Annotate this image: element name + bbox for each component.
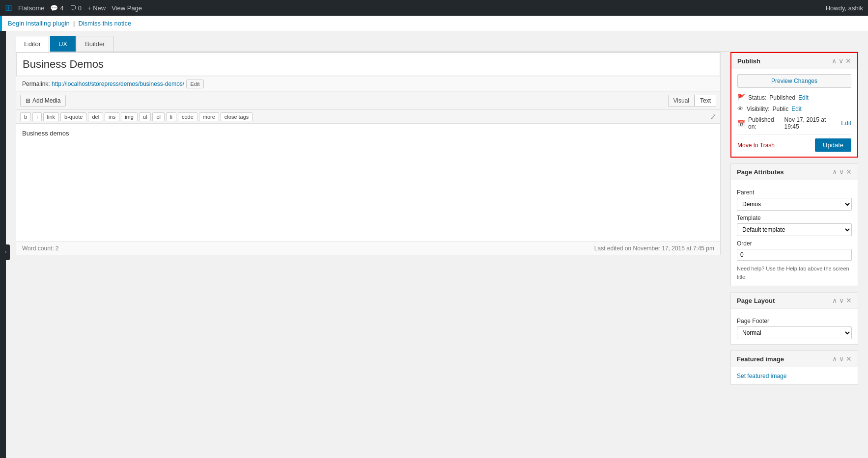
visibility-edit-link[interactable]: Edit — [791, 106, 802, 112]
format-b[interactable]: b — [20, 112, 31, 121]
featured-image-body: Set featured image — [731, 367, 858, 384]
featured-image-controls[interactable]: ∧ ∨ ✕ — [832, 355, 852, 363]
toolbar-left: ⊞ Add Media — [20, 95, 66, 107]
comment-zero-count: 0 — [78, 4, 82, 12]
close-metabox-icon[interactable]: ✕ — [845, 57, 851, 65]
calendar-icon: 📅 — [737, 120, 745, 127]
tab-editor[interactable]: Editor — [16, 36, 49, 52]
howdy-text: Howdy, ashik — [826, 4, 863, 12]
collapse-up-icon[interactable]: ∧ — [832, 57, 837, 65]
fi-close-icon[interactable]: ✕ — [846, 355, 852, 363]
page-attributes-body: Parent Demos (no parent) Template Defaul… — [731, 180, 858, 286]
status-icon: 🚩 — [737, 94, 745, 101]
page-layout-controls[interactable]: ∧ ∨ ✕ — [832, 296, 852, 304]
featured-image-title: Featured image — [737, 355, 784, 363]
site-name[interactable]: Flatsome — [18, 4, 44, 12]
tab-builder[interactable]: Builder — [77, 36, 113, 52]
status-label: Status: — [748, 94, 766, 101]
page-layout-title: Page Layout — [737, 297, 775, 304]
main-content: Editor UX Builder Business Demos Permali… — [6, 31, 868, 458]
page-title-input[interactable]: Business Demos — [16, 53, 720, 76]
text-tab[interactable]: Text — [695, 95, 716, 107]
featured-image-header: Featured image ∧ ∨ ✕ — [731, 351, 858, 367]
pl-collapse-up-icon[interactable]: ∧ — [832, 296, 837, 304]
status-edit-link[interactable]: Edit — [798, 94, 809, 101]
format-more[interactable]: more — [199, 112, 219, 121]
help-text: Need help? Use the Help tab above the sc… — [737, 265, 852, 281]
status-bar: Word count: 2 Last edited on November 17… — [16, 242, 720, 255]
fi-collapse-up-icon[interactable]: ∧ — [832, 355, 837, 363]
published-label: Published on: — [748, 116, 782, 130]
publish-metabox: Publish ∧ ∨ ✕ Preview Changes 🚩 Status: … — [730, 52, 858, 158]
fullscreen-button[interactable]: ⤢ — [710, 112, 716, 121]
set-featured-image-link[interactable]: Set featured image — [737, 373, 786, 379]
pa-close-icon[interactable]: ✕ — [846, 168, 852, 176]
visibility-label: Visibility: — [747, 106, 769, 112]
page-attributes-controls[interactable]: ∧ ∨ ✕ — [832, 168, 852, 176]
order-input[interactable] — [737, 249, 852, 261]
view-page-link[interactable]: View Page — [112, 4, 142, 12]
published-value: Nov 17, 2015 at 19:45 — [784, 116, 839, 130]
publish-controls[interactable]: ∧ ∨ ✕ — [832, 57, 851, 65]
page-wrap: › Editor UX Builder Business Demos Perma… — [0, 31, 868, 458]
dismiss-notice-link[interactable]: Dismiss this notice — [79, 20, 132, 27]
format-link[interactable]: link — [43, 112, 59, 121]
page-layout-metabox: Page Layout ∧ ∨ ✕ Page Footer Normal Dar… — [730, 292, 858, 345]
format-close-tags[interactable]: close tags — [221, 112, 253, 121]
tab-ux[interactable]: UX — [50, 36, 76, 52]
publish-actions: Move to Trash Update — [737, 134, 851, 152]
pl-collapse-down-icon[interactable]: ∨ — [839, 296, 844, 304]
comments-zero[interactable]: 🗨 0 — [70, 4, 82, 12]
editor-tabs: Editor UX Builder — [16, 36, 858, 52]
comments-link[interactable]: 💬 4 — [50, 4, 63, 12]
format-toolbar: b i link b-quote del ins img ul ol li co… — [16, 110, 720, 124]
published-edit-link[interactable]: Edit — [841, 120, 851, 127]
format-bquote[interactable]: b-quote — [60, 112, 86, 121]
add-media-button[interactable]: ⊞ Add Media — [20, 95, 66, 107]
preview-changes-button[interactable]: Preview Changes — [737, 74, 851, 88]
order-label: Order — [737, 240, 852, 247]
editor-wrap: Business Demos Permalink: http://localho… — [16, 52, 721, 255]
wp-logo-icon[interactable]: ⊞ — [5, 2, 12, 13]
permalink-url[interactable]: http://localhost/storepress/demos/busine… — [52, 81, 184, 87]
admin-bar-left: ⊞ Flatsome 💬 4 🗨 0 + New View Page — [5, 2, 142, 13]
parent-select[interactable]: Demos (no parent) — [737, 198, 852, 211]
page-attributes-title: Page Attributes — [737, 168, 784, 176]
format-img[interactable]: img — [121, 112, 138, 121]
format-ul[interactable]: ul — [139, 112, 151, 121]
sidebar-toggle[interactable]: › — [2, 244, 10, 260]
move-to-trash-link[interactable]: Move to Trash — [737, 142, 775, 149]
pa-collapse-up-icon[interactable]: ∧ — [832, 168, 837, 176]
featured-image-metabox: Featured image ∧ ∨ ✕ Set featured image — [730, 350, 858, 385]
last-edited: Last edited on November 17, 2015 at 7:45… — [594, 245, 714, 252]
editor-body[interactable]: Business demos — [16, 124, 720, 242]
pl-close-icon[interactable]: ✕ — [846, 296, 852, 304]
admin-bar: ⊞ Flatsome 💬 4 🗨 0 + New View Page Howdy… — [0, 0, 868, 16]
update-button[interactable]: Update — [815, 138, 851, 152]
fi-collapse-down-icon[interactable]: ∨ — [839, 355, 844, 363]
comment-count: 4 — [60, 4, 63, 12]
visibility-row: 👁 Visibility: Public Edit — [737, 103, 851, 114]
page-layout-body: Page Footer Normal Dark Light None — [731, 309, 858, 344]
collapse-down-icon[interactable]: ∨ — [839, 57, 843, 65]
page-layout-header: Page Layout ∧ ∨ ✕ — [731, 293, 858, 309]
format-ins[interactable]: ins — [105, 112, 119, 121]
visibility-icon: 👁 — [737, 105, 744, 112]
new-post-button[interactable]: + New — [87, 4, 106, 12]
format-ol[interactable]: ol — [152, 112, 165, 121]
pa-collapse-down-icon[interactable]: ∨ — [839, 168, 844, 176]
format-del[interactable]: del — [88, 112, 103, 121]
left-sidebar: › — [0, 31, 6, 458]
format-li[interactable]: li — [166, 112, 176, 121]
template-select[interactable]: Default template Full Width No Sidebar — [737, 223, 852, 236]
published-row: 📅 Published on: Nov 17, 2015 at 19:45 Ed… — [737, 114, 851, 132]
comment-icon: 💬 — [50, 4, 58, 12]
footer-select[interactable]: Normal Dark Light None — [737, 326, 852, 339]
format-code[interactable]: code — [178, 112, 197, 121]
permalink-edit-button[interactable]: Edit — [186, 80, 204, 88]
visual-tab[interactable]: Visual — [668, 95, 695, 107]
comment-zero-icon: 🗨 — [70, 4, 76, 12]
status-row: 🚩 Status: Published Edit — [737, 92, 851, 103]
install-plugin-link[interactable]: Begin installing plugin — [8, 20, 70, 27]
format-i[interactable]: i — [32, 112, 41, 121]
